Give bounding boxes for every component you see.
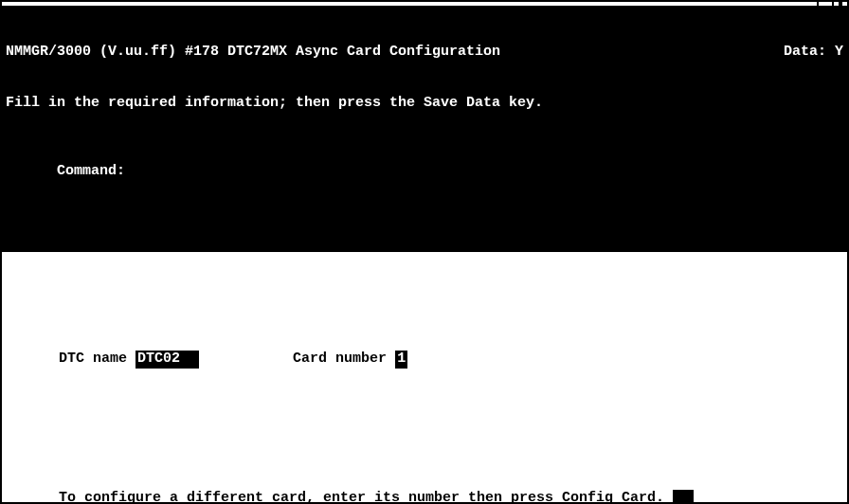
screen-body: DTC name DTC02 Card number 1 To configur…	[2, 252, 847, 504]
command-label: Command:	[57, 163, 125, 179]
instruction-text: To configure a different card, enter its…	[59, 490, 664, 504]
screen-subtitle: Fill in the required information; then p…	[6, 95, 843, 112]
screen-title: NMMGR/3000 (V.uu.ff) #178 DTC72MX Async …	[6, 44, 500, 61]
card-number-input[interactable]: 1	[395, 351, 407, 369]
card-number-label: Card number	[293, 351, 387, 367]
dtc-name-input[interactable]: DTC02	[135, 351, 199, 369]
dtc-name-label: DTC name	[59, 351, 127, 367]
data-flag: Data: Y	[784, 44, 843, 61]
screen-header: NMMGR/3000 (V.uu.ff) #178 DTC72MX Async …	[2, 8, 847, 252]
card-select-input[interactable]	[673, 490, 694, 504]
window-control-max[interactable]	[832, 2, 847, 6]
window-control[interactable]	[817, 2, 832, 6]
terminal-window: NMMGR/3000 (V.uu.ff) #178 DTC72MX Async …	[0, 0, 849, 504]
